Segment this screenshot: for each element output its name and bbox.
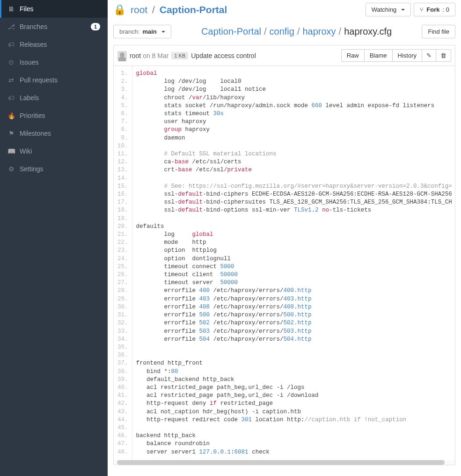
sidebar-item-files[interactable]: 🗎Files: [0, 0, 108, 18]
line-number[interactable]: 22.: [117, 239, 128, 247]
line-number[interactable]: 30.: [117, 303, 128, 311]
line-number[interactable]: 7.: [117, 118, 128, 126]
line-number[interactable]: 9.: [117, 134, 128, 142]
line-number[interactable]: 43.: [117, 408, 128, 416]
edit-button[interactable]: ✎: [422, 49, 436, 62]
find-file-button[interactable]: Find file: [422, 25, 455, 38]
line-number[interactable]: 35.: [117, 344, 128, 352]
line-number[interactable]: 34.: [117, 336, 128, 344]
lock-icon: 🔒: [113, 4, 126, 16]
line-number[interactable]: 41.: [117, 392, 128, 400]
code-viewer[interactable]: 1.2.3.4.5.6.7.8.9.10.11.12.13.14.15.16.1…: [113, 66, 455, 465]
file-size-badge: 1 KB: [171, 52, 188, 59]
sidebar-icon: ⚑: [7, 130, 15, 137]
line-number[interactable]: 10.: [117, 142, 128, 150]
line-number[interactable]: 25.: [117, 263, 128, 271]
code-line: timeout connect 5000: [136, 263, 451, 271]
code-line: acl restricted_page path_beg,url_dec -i …: [136, 384, 451, 392]
code-line: timeout client 50000: [136, 271, 451, 279]
path-separator: /: [150, 4, 157, 15]
line-number[interactable]: 24.: [117, 255, 128, 263]
count-badge: 1: [91, 23, 100, 30]
line-number[interactable]: 15.: [117, 183, 128, 190]
sidebar-item-pull-requests[interactable]: ⇄Pull requests: [0, 71, 108, 89]
line-number[interactable]: 21.: [117, 231, 128, 239]
code-line: [136, 142, 451, 150]
sidebar-item-settings[interactable]: ⚙Settings: [0, 160, 108, 178]
commit-message[interactable]: Update access control: [191, 52, 256, 59]
sidebar-item-wiki[interactable]: 📖Wiki: [0, 142, 108, 160]
delete-button[interactable]: 🗑: [436, 49, 451, 62]
sidebar-item-releases[interactable]: 🏷Releases: [0, 36, 108, 53]
repo-name-link[interactable]: Caption-Portal: [160, 4, 227, 15]
sidebar-item-priorities[interactable]: 🔥Priorities: [0, 107, 108, 124]
line-number[interactable]: 29.: [117, 295, 128, 303]
line-number[interactable]: 39.: [117, 376, 128, 384]
horizontal-scrollbar[interactable]: [114, 460, 455, 465]
line-number[interactable]: 28.: [117, 287, 128, 295]
line-number-gutter: 1.2.3.4.5.6.7.8.9.10.11.12.13.14.15.16.1…: [114, 66, 132, 460]
line-number[interactable]: 40.: [117, 384, 128, 392]
commit-author[interactable]: root: [130, 52, 141, 59]
line-number[interactable]: 42.: [117, 400, 128, 408]
line-number[interactable]: 16.: [117, 190, 128, 198]
line-number[interactable]: 48.: [117, 448, 128, 456]
caret-down-icon: [401, 9, 405, 11]
line-number[interactable]: 38.: [117, 368, 128, 376]
blame-button[interactable]: Blame: [364, 49, 393, 62]
sidebar-icon: 🗎: [7, 5, 15, 13]
path-separator: /: [261, 26, 270, 37]
line-number[interactable]: 36.: [117, 352, 128, 359]
breadcrumb-link[interactable]: Caption-Portal: [201, 26, 261, 37]
sidebar-item-branches[interactable]: ⎇Branches1: [0, 18, 108, 36]
line-number[interactable]: 47.: [117, 440, 128, 448]
line-number[interactable]: 11.: [117, 150, 128, 158]
line-number[interactable]: 13.: [117, 166, 128, 174]
line-number[interactable]: 31.: [117, 311, 128, 319]
history-button[interactable]: History: [392, 49, 422, 62]
code-line: http-request deny if restricted_page: [136, 400, 451, 408]
line-number[interactable]: 3.: [117, 86, 128, 94]
line-number[interactable]: 5.: [117, 102, 128, 110]
line-number[interactable]: 20.: [117, 223, 128, 231]
line-number[interactable]: 33.: [117, 328, 128, 336]
watching-button[interactable]: Watching: [366, 3, 411, 16]
line-number[interactable]: 12.: [117, 158, 128, 166]
line-number[interactable]: 32.: [117, 319, 128, 327]
line-number[interactable]: 46.: [117, 432, 128, 440]
sidebar-icon: ⚙: [7, 165, 15, 173]
breadcrumb-link[interactable]: config: [270, 26, 294, 37]
line-number[interactable]: 8.: [117, 126, 128, 134]
line-number[interactable]: 4.: [117, 94, 128, 102]
line-number[interactable]: 2.: [117, 78, 128, 86]
code-line: errorfile 500 /etc/haproxy/errors/500.ht…: [136, 311, 451, 319]
line-number[interactable]: 1.: [117, 70, 128, 78]
line-number[interactable]: 17.: [117, 198, 128, 206]
sidebar-item-labels[interactable]: 🏷Labels: [0, 89, 108, 107]
line-number[interactable]: 18.: [117, 206, 128, 214]
fork-button[interactable]: ⑂ Fork: 0: [414, 3, 455, 16]
code-line: option httplog: [136, 247, 451, 255]
line-number[interactable]: 37.: [117, 359, 128, 367]
source-code[interactable]: global log /dev/log local0 log /dev/log …: [132, 66, 455, 460]
raw-button[interactable]: Raw: [341, 49, 365, 62]
code-line: [136, 352, 451, 359]
repo-owner-link[interactable]: root: [131, 4, 147, 15]
code-line: chroot /var/lib/haproxy: [136, 94, 451, 102]
sidebar: 🗎Files⎇Branches1🏷Releases⊙Issues⇄Pull re…: [0, 0, 108, 476]
sidebar-item-milestones[interactable]: ⚑Milestones: [0, 124, 108, 142]
sidebar-icon: 🔥: [7, 112, 15, 119]
line-number[interactable]: 45.: [117, 424, 128, 432]
line-number[interactable]: 23.: [117, 247, 128, 255]
line-number[interactable]: 26.: [117, 271, 128, 279]
line-number[interactable]: 6.: [117, 110, 128, 118]
branch-select-button[interactable]: branch: main: [113, 25, 171, 38]
sidebar-item-issues[interactable]: ⊙Issues: [0, 53, 108, 71]
line-number[interactable]: 14.: [117, 175, 128, 183]
line-number[interactable]: 19.: [117, 215, 128, 223]
line-number[interactable]: 27.: [117, 279, 128, 287]
breadcrumb-link[interactable]: haproxy: [302, 26, 336, 37]
line-number[interactable]: 44.: [117, 416, 128, 424]
code-line: default_backend http_back: [136, 376, 451, 384]
sidebar-item-label: Releases: [20, 41, 100, 48]
